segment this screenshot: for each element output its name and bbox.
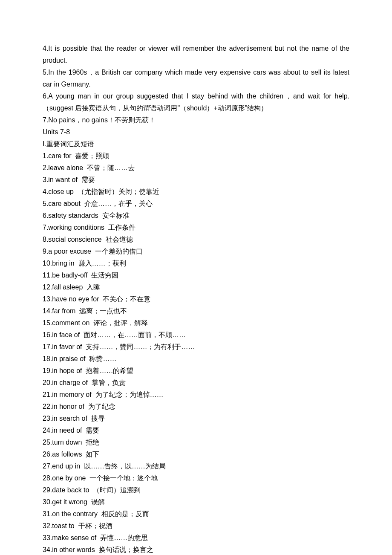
text-line: 31.on the contrary 相反的是；反而	[43, 508, 349, 520]
text-line: 3.in want of 需要	[43, 174, 349, 186]
text-line: 12.fall asleep 入睡	[43, 281, 349, 293]
text-line: 7.No pains，no gains！不劳则无获！	[43, 114, 349, 126]
text-line: 14.far from 远离；一点也不	[43, 305, 349, 317]
text-line: 25.turn down 拒绝	[43, 436, 349, 448]
text-line: 32.toast to 干杯；祝酒	[43, 520, 349, 532]
text-line: 28.one by one 一个接一个地；逐个地	[43, 472, 349, 484]
text-line: 27.end up in 以……告终，以……为结局	[43, 460, 349, 472]
text-line: 8.social conscience 社会道德	[43, 234, 349, 246]
text-line: Units 7-8	[43, 126, 349, 138]
text-line: 9.a poor excuse 一个差劲的借口	[43, 246, 349, 257]
text-line: 6.A young man in our group suggested tha…	[43, 90, 349, 114]
text-line: 4.close up （尤指暂时）关闭；使靠近	[43, 186, 349, 198]
document-page: 4.It is possible that the reader or view…	[0, 0, 392, 555]
text-line: 20.in charge of 掌管，负责	[43, 377, 349, 389]
text-line: 23.in search of 搜寻	[43, 413, 349, 425]
text-line: 7.working conditions 工作条件	[43, 222, 349, 234]
text-line: 16.in face of 面对……，在……面前，不顾……	[43, 329, 349, 341]
text-line: 34.in other words 换句话说；换言之	[43, 544, 349, 555]
text-line: 18.in praise of 称赞……	[43, 353, 349, 365]
text-line: 33.make sense of 弄懂……的意思	[43, 532, 349, 544]
text-line: Ⅰ.重要词汇及短语	[43, 138, 349, 150]
text-line: 19.in hope of 抱着……的希望	[43, 365, 349, 377]
text-line: 1.care for 喜爱；照顾	[43, 150, 349, 162]
text-line: 15.comment on 评论，批评，解释	[43, 317, 349, 329]
text-line: 11.be badly-off 生活穷困	[43, 269, 349, 281]
text-line: 29.date back to （时间）追溯到	[43, 484, 349, 496]
text-line: 10.bring in 赚入……；获利	[43, 257, 349, 269]
text-line: 17.in favor of 支持……，赞同……；为有利于……	[43, 341, 349, 353]
text-line: 22.in honor of 为了纪念	[43, 401, 349, 413]
text-line: 4.It is possible that the reader or view…	[43, 43, 349, 66]
text-line: 21.in memory of 为了纪念；为追悼……	[43, 389, 349, 401]
text-line: 5.care about 介意……，在乎，关心	[43, 198, 349, 210]
text-line: 13.have no eye for 不关心；不在意	[43, 293, 349, 305]
text-line: 26.as follows 如下	[43, 448, 349, 460]
text-line: 30.get it wrong 误解	[43, 496, 349, 508]
text-line: 5.In the 1960s，a British car company whi…	[43, 66, 349, 90]
text-line: 24.in need of 需要	[43, 425, 349, 436]
text-line: 2.leave alone 不管；随……去	[43, 162, 349, 174]
text-line: 6.safety standards 安全标准	[43, 210, 349, 222]
